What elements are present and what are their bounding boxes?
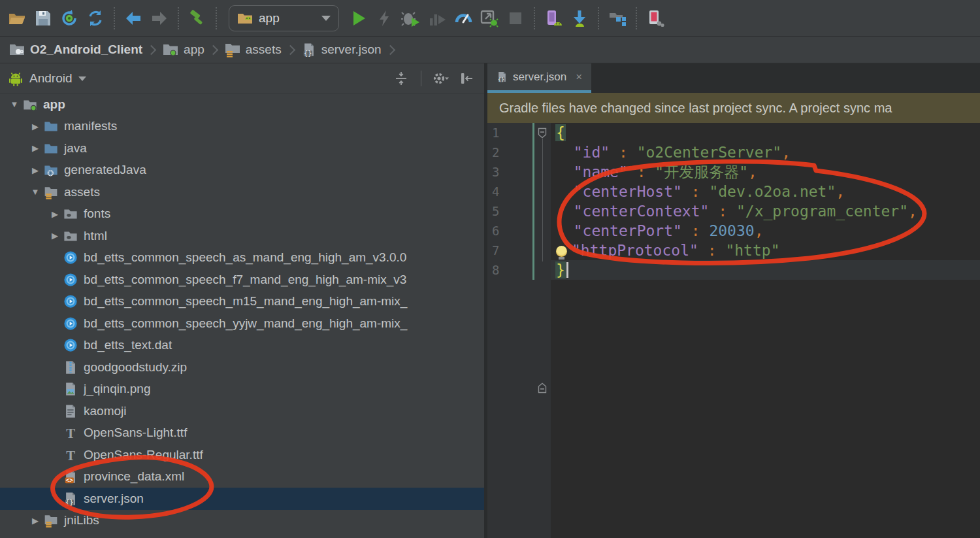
close-tab-icon[interactable]: × xyxy=(576,71,582,84)
project-view-selector[interactable]: Android xyxy=(29,71,73,86)
refresh-button[interactable] xyxy=(82,5,108,31)
project-structure-button[interactable] xyxy=(604,5,630,31)
tree-row-generatedjava[interactable]: ▶generatedJava xyxy=(0,160,484,182)
tree-row-fonts[interactable]: ▶fonts xyxy=(0,203,484,226)
save-icon xyxy=(35,10,52,27)
token-str: "o2CenterServer" xyxy=(637,144,782,161)
save-button[interactable] xyxy=(30,5,56,31)
breadcrumb-item-module[interactable]: app xyxy=(163,42,204,57)
fold-marker-collapse-icon[interactable] xyxy=(538,382,547,394)
collapsed-arrow-icon[interactable]: ▶ xyxy=(47,209,63,219)
tree-row-opensans-regular-ttf[interactable]: TOpenSans-Regular.ttf xyxy=(0,444,484,466)
tree-row-java[interactable]: ▶java xyxy=(0,137,484,160)
token-op: : xyxy=(682,222,710,239)
tree-row-app[interactable]: ▼app xyxy=(0,93,484,116)
forward-button[interactable] xyxy=(146,5,172,31)
panel-settings-button[interactable] xyxy=(431,69,451,88)
expanded-arrow-icon[interactable]: ▼ xyxy=(7,99,22,109)
collapse-all-button[interactable] xyxy=(391,69,411,88)
image-file-icon xyxy=(63,382,78,396)
tree-row-opensans-light-ttf[interactable]: TOpenSans-Light.ttf xyxy=(0,422,484,445)
tree-row-manifests[interactable]: ▶manifests xyxy=(0,116,484,138)
tree-item-label: bd_etts_text.dat xyxy=(84,338,172,352)
back-button[interactable] xyxy=(120,5,146,31)
chevron-down-icon[interactable] xyxy=(78,76,86,81)
tree-row-bd-etts-common-speech-f7-mand-[interactable]: bd_etts_common_speech_f7_mand_eng_high_a… xyxy=(0,269,484,291)
build-button[interactable] xyxy=(184,5,210,31)
tree-item-label: bd_etts_common_speech_f7_mand_eng_high_a… xyxy=(84,273,406,287)
breadcrumb-label: assets xyxy=(246,42,282,57)
breadcrumb-item-project[interactable]: O2_Android_Client xyxy=(9,42,142,57)
project-tree[interactable]: ▼app▶manifests▶java▶generatedJava▼assets… xyxy=(0,93,484,538)
tree-row-j-qinqin-png[interactable]: j_qinqin.png xyxy=(0,378,484,401)
apply-changes-button[interactable] xyxy=(372,5,398,31)
tree-item-label: OpenSans-Light.ttf xyxy=(84,426,187,440)
tree-row-server-json[interactable]: {}server.json xyxy=(0,488,484,510)
tree-row-bd-etts-common-speech-yyjw-man[interactable]: bd_etts_common_speech_yyjw_mand_eng_high… xyxy=(0,312,484,335)
editor-tab-bar: {} server.json × xyxy=(487,63,980,93)
svg-text:{}: {} xyxy=(304,49,312,57)
assets-folder-icon xyxy=(43,513,59,528)
main-toolbar: app xyxy=(0,0,980,37)
collapsed-arrow-icon[interactable]: ▶ xyxy=(27,143,43,153)
tree-row-goodgoodstudy-zip[interactable]: goodgoodstudy.zip xyxy=(0,356,484,378)
code-line-7: "httpProtocol" : "http" xyxy=(551,241,980,260)
gear-icon xyxy=(433,71,449,86)
token-ws xyxy=(555,222,574,239)
tree-row-bd-etts-text-dat[interactable]: bd_etts_text.dat xyxy=(0,335,484,357)
sdk-manager-button[interactable] xyxy=(566,5,593,31)
attach-debugger-button[interactable] xyxy=(476,5,502,31)
collapsed-arrow-icon[interactable]: ▶ xyxy=(27,165,43,175)
sync-project-button[interactable] xyxy=(56,5,82,31)
assets-folder-icon xyxy=(225,42,240,58)
run-button[interactable] xyxy=(346,5,372,31)
tree-row-assets[interactable]: ▼assets xyxy=(0,181,484,203)
tree-row-bd-etts-common-speech-m15-mand[interactable]: bd_etts_common_speech_m15_mand_eng_high_… xyxy=(0,291,484,313)
layout-inspector-button[interactable] xyxy=(642,5,668,31)
profiler-button[interactable] xyxy=(450,5,476,31)
tree-row-kaomoji[interactable]: kaomoji xyxy=(0,400,484,422)
tree-item-label: OpenSans-Regular.ttf xyxy=(84,448,203,462)
tree-row-bd-etts-common-speech-as-mand-[interactable]: bd_etts_common_speech_as_mand_eng_high_a… xyxy=(0,247,484,269)
collapsed-arrow-icon[interactable]: ▶ xyxy=(47,231,63,241)
run-with-coverage-button[interactable] xyxy=(424,5,450,31)
zip-file-icon xyxy=(63,360,78,375)
json-file-icon: {} xyxy=(63,492,78,506)
code-editor[interactable]: 12345678 xyxy=(487,123,980,538)
expanded-arrow-icon[interactable]: ▼ xyxy=(27,187,43,197)
breadcrumb-item-file[interactable]: {} server.json xyxy=(302,42,382,58)
tab-server-json[interactable]: {} server.json × xyxy=(487,63,591,93)
json-file-icon: {} xyxy=(497,71,508,83)
stop-button[interactable] xyxy=(502,5,529,31)
fold-marker-collapse-icon[interactable] xyxy=(538,127,547,139)
tree-row-jnilibs[interactable]: ▶jniLibs xyxy=(0,510,484,532)
collapsed-arrow-icon[interactable]: ▶ xyxy=(27,122,43,131)
code-text[interactable]: { "id" : "o2CenterServer", "name" : "开发服… xyxy=(551,123,980,538)
run-configuration-select[interactable]: app xyxy=(229,5,339,31)
stop-square-icon xyxy=(508,10,523,26)
profiler-gauge-icon xyxy=(454,9,472,27)
run-configuration-label: app xyxy=(259,11,280,25)
collapse-all-icon xyxy=(394,71,408,86)
breadcrumb-item-assets[interactable]: assets xyxy=(225,42,282,58)
tree-item-label: bd_etts_common_speech_yyjw_mand_eng_high… xyxy=(84,316,407,331)
android-module-icon xyxy=(237,11,253,25)
breadcrumb-label: app xyxy=(184,42,204,57)
intention-lightbulb-icon[interactable] xyxy=(556,246,567,257)
token-key: "centerHost" xyxy=(574,183,682,200)
hide-panel-button[interactable] xyxy=(457,69,476,88)
media-file-icon xyxy=(63,338,78,352)
editor-gutter: 12345678 xyxy=(487,123,551,538)
tree-row[interactable]: ▶ xyxy=(0,531,484,538)
module-folder-icon xyxy=(163,42,178,57)
vcs-change-bar xyxy=(532,123,534,280)
collapsed-arrow-icon[interactable]: ▶ xyxy=(27,516,43,526)
token-op: , xyxy=(755,222,764,239)
chevron-right-icon xyxy=(385,44,395,55)
avd-manager-button[interactable] xyxy=(540,5,566,31)
tree-row-province-data-xml[interactable]: <>province_data.xml xyxy=(0,466,484,488)
tree-row-html[interactable]: ▶html xyxy=(0,225,484,247)
debug-button[interactable] xyxy=(398,5,424,31)
open-button[interactable] xyxy=(4,5,30,31)
token-num: 20030 xyxy=(709,222,754,239)
